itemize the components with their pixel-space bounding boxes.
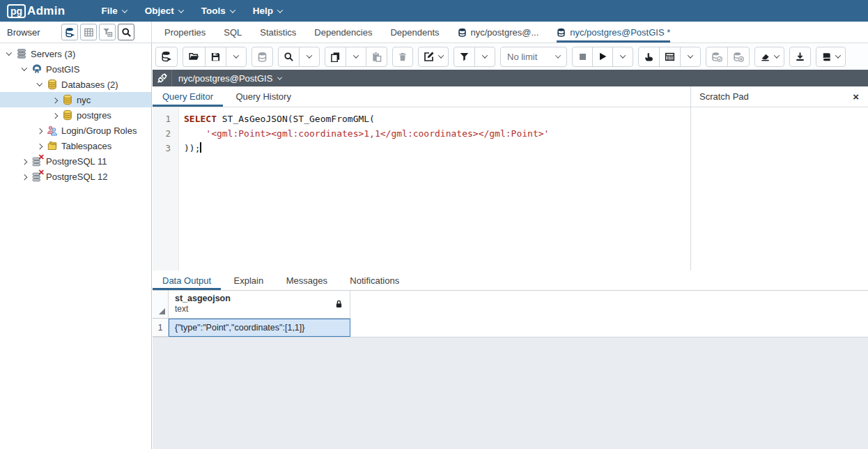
logo-pg-badge: pg — [7, 4, 26, 18]
chevron-right-icon[interactable] — [20, 174, 29, 178]
divider — [171, 70, 172, 86]
execute-button[interactable] — [592, 47, 613, 67]
output-tabbar: Data Output Explain Messages Notificatio… — [153, 271, 868, 291]
select-all-corner[interactable] — [153, 291, 169, 319]
download-csv-button[interactable] — [789, 47, 811, 67]
new-query-tool-button[interactable] — [155, 47, 178, 67]
filtered-rows-button[interactable] — [99, 24, 116, 40]
logo-admin-text: Admin — [27, 4, 65, 18]
tree-item-databases[interactable]: Databases (2) — [0, 77, 151, 92]
tree-item-postgresql-12[interactable]: ✕ PostgreSQL 12 — [0, 169, 151, 184]
tab-dependents[interactable]: Dependents — [390, 22, 439, 43]
scratch-pad-title: Scratch Pad — [699, 91, 749, 102]
copy-button[interactable] — [325, 47, 346, 67]
find-button[interactable] — [278, 47, 300, 67]
tab-messages[interactable]: Messages — [277, 271, 337, 290]
query-tool-icon — [161, 51, 172, 62]
find-options-dropdown[interactable] — [299, 47, 320, 67]
menu-file[interactable]: File — [102, 6, 127, 16]
edit-pencil-icon — [424, 51, 435, 62]
chevron-down-icon — [230, 7, 235, 13]
tab-query-editor[interactable]: Query Editor — [153, 86, 223, 107]
save-file-button[interactable] — [205, 47, 226, 67]
tree-item-servers[interactable]: Servers (3) — [0, 46, 151, 61]
chevron-right-icon[interactable] — [50, 98, 60, 102]
tab-explain[interactable]: Explain — [224, 271, 274, 290]
macros-button[interactable] — [816, 47, 846, 67]
line-number: 3 — [153, 141, 178, 155]
chevron-down-icon[interactable] — [4, 52, 14, 56]
scratch-pad-header: Scratch Pad × — [690, 86, 868, 107]
tab-notifications[interactable]: Notifications — [340, 271, 409, 290]
chevron-down-icon — [277, 75, 282, 79]
chevron-right-icon[interactable] — [35, 128, 45, 132]
query-tool-icon — [65, 27, 75, 38]
tablespaces-folder-icon — [47, 140, 59, 151]
row-limit-value: No limit — [507, 52, 537, 62]
chevron-right-icon[interactable] — [50, 113, 60, 117]
chevron-down-icon — [688, 52, 693, 58]
chevron-down-icon — [353, 52, 359, 58]
row-number[interactable]: 1 — [153, 319, 169, 337]
paste-button[interactable] — [366, 47, 387, 67]
edit-menu-button[interactable] — [418, 47, 449, 67]
tab-data-output[interactable]: Data Output — [153, 271, 221, 290]
chevron-down-icon — [774, 52, 780, 58]
search-icon — [121, 27, 132, 38]
filter-button[interactable] — [454, 47, 475, 67]
execute-options-dropdown[interactable] — [612, 47, 633, 67]
server-disconnected-icon: ✕ — [31, 155, 43, 167]
save-data-changes-button[interactable] — [251, 47, 273, 67]
column-header[interactable]: st_asgeojson text — [169, 291, 350, 319]
tab-statistics[interactable]: Statistics — [260, 22, 296, 43]
clear-button[interactable] — [754, 47, 784, 67]
sql-line-1: SELECT ST_AsGeoJSON(ST_GeomFromGML( — [184, 112, 551, 126]
tab-dependencies[interactable]: Dependencies — [314, 22, 372, 43]
tree-item-login-group-roles[interactable]: Login/Group Roles — [0, 123, 151, 138]
chevron-right-icon[interactable] — [20, 159, 29, 163]
open-file-button[interactable] — [183, 47, 206, 67]
copy-options-dropdown[interactable] — [346, 47, 366, 67]
close-scratch-pad-button[interactable]: × — [853, 91, 859, 102]
tree-item-postgresql-11[interactable]: ✕ PostgreSQL 11 — [0, 153, 151, 169]
tree-item-nyc[interactable]: nyc — [0, 92, 151, 107]
menu-tools[interactable]: Tools — [201, 6, 235, 16]
query-tool-button[interactable] — [61, 24, 78, 40]
menu-object[interactable]: Object — [145, 6, 183, 16]
delete-button[interactable] — [392, 47, 413, 67]
view-data-button[interactable] — [80, 24, 97, 40]
sql-line-3: )); — [184, 141, 551, 155]
commit-button[interactable] — [706, 47, 728, 67]
tree-item-postgres[interactable]: postgres — [0, 107, 151, 123]
cancel-query-button[interactable] — [572, 47, 593, 67]
menu-help[interactable]: Help — [253, 6, 282, 16]
pgadmin-window: pg Admin File Object Tools Help Browser — [0, 0, 868, 449]
tab-properties[interactable]: Properties — [164, 22, 206, 43]
search-objects-button[interactable] — [118, 24, 134, 40]
row-limit-select[interactable]: No limit — [500, 47, 567, 67]
tab-query-tool-1[interactable]: nyc/postgres@... — [458, 22, 539, 43]
chevron-down-icon[interactable] — [35, 82, 45, 86]
explain-button[interactable] — [638, 47, 660, 67]
tree-item-postgis-server[interactable]: PostGIS — [0, 61, 151, 77]
explain-analyze-button[interactable] — [659, 47, 681, 67]
tab-query-tool-2-active[interactable]: nyc/postgres@PostGIS * — [557, 22, 670, 43]
browser-panel-header: Browser — [0, 22, 152, 43]
tab-query-history[interactable]: Query History — [226, 86, 300, 107]
chevron-down-icon[interactable] — [20, 67, 29, 71]
rollback-button[interactable] — [727, 47, 750, 67]
query-editor-area[interactable]: 1 2 3 SELECT ST_AsGeoJSON(ST_GeomFromGML… — [153, 107, 868, 271]
tab-sql[interactable]: SQL — [224, 22, 242, 43]
filter-options-dropdown[interactable] — [474, 47, 495, 67]
connection-name: nyc/postgres@PostGIS — [178, 73, 272, 84]
result-cell-selected[interactable]: {"type":"Point","coordinates":[1,1]} — [169, 319, 350, 337]
chevron-right-icon[interactable] — [35, 144, 45, 148]
database-icon — [557, 28, 566, 37]
connection-selector[interactable]: nyc/postgres@PostGIS — [178, 73, 281, 84]
save-options-dropdown[interactable] — [226, 47, 247, 67]
sql-code[interactable]: SELECT ST_AsGeoJSON(ST_GeomFromGML( '<gm… — [179, 107, 551, 271]
scratch-pad-splitter[interactable] — [690, 86, 691, 271]
query-toolbar: No limit — [153, 43, 868, 70]
explain-options-dropdown[interactable] — [680, 47, 701, 67]
tree-item-tablespaces[interactable]: Tablespaces — [0, 138, 151, 153]
